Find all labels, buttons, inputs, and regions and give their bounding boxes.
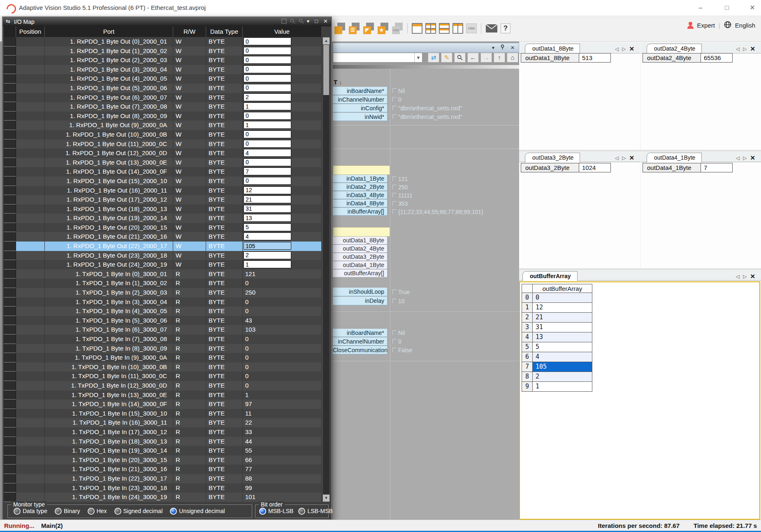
panel2-tab[interactable]: outData2_4Byte	[647, 44, 702, 53]
value-input[interactable]	[244, 56, 291, 64]
port-label[interactable]: inChannelNumber	[333, 337, 387, 346]
row-selector[interactable]	[4, 177, 16, 186]
port-label[interactable]: inNwid*	[333, 113, 387, 121]
value-input[interactable]	[244, 65, 291, 73]
filter-header-block[interactable]	[333, 227, 390, 237]
buffer-value-cell[interactable]: 1	[533, 382, 592, 392]
row-selector[interactable]	[4, 325, 16, 335]
row-selector[interactable]	[4, 437, 16, 446]
iomap-row[interactable]: 1. RxPDO_1 Byte Out (23)_2000_18WBYTE	[4, 251, 321, 260]
port-label[interactable]: inBoardName*	[333, 87, 387, 95]
iomap-row[interactable]: 1. TxPDO_1 Byte In (20)_3000_15RBYTE66	[4, 455, 321, 465]
port-label[interactable]: inData4_8Byte	[333, 200, 387, 207]
iomap-row[interactable]: 1. RxPDO_1 Byte Out (11)_2000_0CWBYTE	[4, 139, 321, 149]
buffer-value-cell[interactable]: 12	[533, 303, 592, 313]
radio-icon[interactable]	[14, 508, 21, 515]
filter-header-block[interactable]	[333, 165, 390, 175]
row-selector[interactable]	[4, 493, 16, 502]
iomap-row[interactable]: 1. TxPDO_1 Byte In (4)_3000_05RBYTE0	[4, 307, 321, 316]
iomap-row[interactable]: 1. RxPDO_1 Byte Out (10)_2000_0BWBYTE	[4, 130, 321, 139]
iomap-row[interactable]: 1. TxPDO_1 Byte In (21)_3000_16RBYTE77	[4, 465, 321, 474]
row-selector[interactable]	[4, 232, 16, 242]
expert-label[interactable]: Expert	[697, 22, 715, 29]
iomap-row[interactable]: 1. RxPDO_1 Byte Out (9)_2000_0AWBYTE	[4, 121, 321, 130]
row-selector[interactable]	[4, 84, 16, 93]
prev-icon[interactable]: ◁	[736, 155, 740, 161]
port-label[interactable]: outBufferArray[]	[333, 269, 387, 277]
scroll-up-icon[interactable]: ▲	[323, 37, 329, 44]
row-selector[interactable]	[4, 121, 16, 130]
iomap-row[interactable]: 1. RxPDO_1 Byte Out (8)_2000_09WBYTE	[4, 112, 321, 121]
radio-option[interactable]: Data type	[14, 508, 47, 515]
iomap-row[interactable]: 1. RxPDO_1 Byte Out (21)_2000_16WBYTE	[4, 232, 321, 242]
value-input[interactable]	[244, 84, 291, 92]
row-selector[interactable]	[4, 483, 16, 493]
buffer-row[interactable]: 7105	[522, 362, 592, 372]
iomap-row[interactable]: 1. RxPDO_1 Byte Out (5)_2000_06WBYTE	[4, 84, 321, 93]
radio-option[interactable]: MSB-LSB	[259, 508, 293, 515]
row-selector[interactable]	[4, 288, 16, 297]
iomap-row[interactable]: 1. RxPDO_1 Byte Out (7)_2000_08WBYTE	[4, 102, 321, 112]
value-input[interactable]	[244, 205, 291, 213]
layout-columns-icon[interactable]	[452, 23, 463, 34]
row-selector[interactable]	[4, 260, 16, 269]
buffer-value-cell[interactable]: 4	[533, 352, 592, 362]
buffer-value-cell[interactable]: 13	[533, 332, 592, 342]
row-selector[interactable]	[4, 204, 16, 214]
dock-pin-icon[interactable]	[500, 44, 505, 51]
row-selector[interactable]	[4, 102, 16, 112]
row-selector[interactable]	[4, 297, 16, 307]
iomap-row[interactable]: 1. TxPDO_1 Byte In (5)_3000_06RBYTE43	[4, 316, 321, 325]
iomap-row[interactable]: 1. TxPDO_1 Byte In (7)_3000_08RBYTE0	[4, 335, 321, 344]
maximize-dialog-icon[interactable]: □	[315, 18, 318, 24]
port-label[interactable]: inData3_4Byte	[333, 191, 387, 199]
navigate-back-button[interactable]: ←	[467, 53, 479, 63]
iomap-scrollbar[interactable]: ▲ ▼	[322, 37, 330, 502]
collapse-arrow-icon[interactable]: ↓	[339, 79, 342, 86]
macrofilter-stack-icon[interactable]	[334, 23, 346, 34]
port-value-cell[interactable]: 1024	[579, 163, 611, 172]
radio-selected-icon[interactable]	[259, 508, 266, 515]
maximize-button[interactable]: □	[720, 2, 734, 13]
panel1-tab[interactable]: outData1_8Byte	[525, 44, 580, 53]
iomap-row[interactable]: 1. RxPDO_1 Byte Out (19)_2000_14WBYTE	[4, 214, 321, 223]
dock-menu-icon[interactable]: ▾	[492, 45, 494, 51]
radio-option[interactable]: Signed decimal	[114, 508, 163, 515]
row-selector[interactable]	[4, 251, 16, 260]
iomap-row[interactable]: 1. RxPDO_1 Byte Out (18)_2000_13WBYTE	[4, 204, 321, 214]
swap-view-button[interactable]: ⇄	[428, 53, 439, 63]
row-selector[interactable]	[4, 474, 16, 483]
buffer-row[interactable]: 413	[522, 332, 592, 342]
port-value-cell[interactable]: 513	[579, 53, 611, 63]
value-input[interactable]	[244, 112, 291, 120]
buffer-row[interactable]: 00	[522, 293, 592, 303]
iomap-row[interactable]: 1. RxPDO_1 Byte Out (1)_2000_02WBYTE	[4, 46, 321, 56]
buffer-value-cell[interactable]: 0	[533, 293, 592, 303]
buffer-row[interactable]: 64	[522, 352, 592, 362]
layout-rows-icon[interactable]	[439, 23, 450, 34]
close-panel-icon[interactable]: ✕	[629, 154, 634, 162]
iomap-row[interactable]: 1. TxPDO_1 Byte In (15)_3000_10RBYTE11	[4, 409, 321, 418]
buffer-panel-tab[interactable]: outBufferArray	[522, 271, 578, 281]
row-selector[interactable]	[4, 390, 16, 400]
row-selector[interactable]	[4, 242, 16, 251]
value-input[interactable]	[244, 167, 291, 175]
iomap-titlebar[interactable]: ⇆ I/O Map ▾ □ ✕	[3, 17, 331, 26]
row-selector[interactable]	[4, 455, 16, 465]
hmi-stack-icon[interactable]: HMI	[392, 23, 403, 34]
iomap-row[interactable]: 1. TxPDO_1 Byte In (22)_3000_17RBYTE88	[4, 474, 321, 483]
iomap-row[interactable]: 1. TxPDO_1 Byte In (0)_3000_01RBYTE121	[4, 269, 321, 279]
macrofilter-combobox[interactable]: ▼	[333, 53, 422, 63]
buffer-row[interactable]: 82	[522, 372, 592, 382]
iomap-row[interactable]: 1. RxPDO_1 Byte Out (12)_2000_0DWBYTE	[4, 149, 321, 158]
port-value-cell[interactable]: 65536	[701, 53, 733, 63]
row-selector[interactable]	[4, 316, 16, 325]
close-panel-icon[interactable]: ✕	[750, 45, 755, 53]
header-port[interactable]: Port	[45, 26, 173, 37]
header-rw[interactable]: R/W	[173, 26, 206, 37]
row-selector[interactable]	[4, 381, 16, 390]
row-selector[interactable]	[4, 46, 16, 56]
buffer-row[interactable]: 112	[522, 303, 592, 313]
radio-option[interactable]: Binary	[55, 508, 80, 515]
layout-quad-icon[interactable]	[425, 23, 436, 34]
